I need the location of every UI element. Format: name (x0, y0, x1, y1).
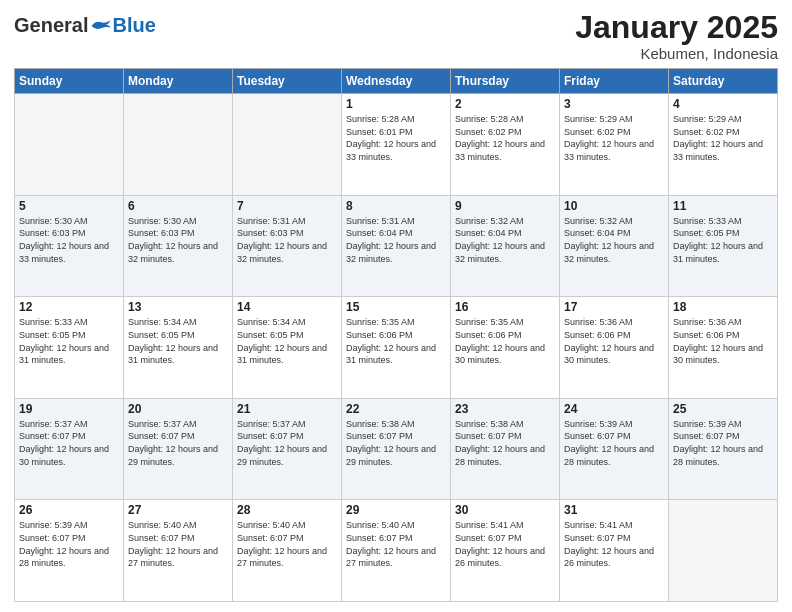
day-number: 8 (346, 199, 446, 213)
day-info: Sunrise: 5:30 AMSunset: 6:03 PMDaylight:… (128, 215, 228, 265)
day-number: 22 (346, 402, 446, 416)
day-number: 25 (673, 402, 773, 416)
day-info: Sunrise: 5:32 AMSunset: 6:04 PMDaylight:… (564, 215, 664, 265)
day-number: 26 (19, 503, 119, 517)
calendar-cell (124, 94, 233, 196)
day-number: 1 (346, 97, 446, 111)
day-info: Sunrise: 5:37 AMSunset: 6:07 PMDaylight:… (237, 418, 337, 468)
calendar-cell: 19Sunrise: 5:37 AMSunset: 6:07 PMDayligh… (15, 398, 124, 500)
day-number: 16 (455, 300, 555, 314)
calendar-header-row: Sunday Monday Tuesday Wednesday Thursday… (15, 69, 778, 94)
day-info: Sunrise: 5:29 AMSunset: 6:02 PMDaylight:… (673, 113, 773, 163)
calendar-cell: 18Sunrise: 5:36 AMSunset: 6:06 PMDayligh… (669, 297, 778, 399)
calendar-cell: 25Sunrise: 5:39 AMSunset: 6:07 PMDayligh… (669, 398, 778, 500)
calendar-cell: 23Sunrise: 5:38 AMSunset: 6:07 PMDayligh… (451, 398, 560, 500)
calendar-title: January 2025 (575, 10, 778, 45)
calendar-row: 19Sunrise: 5:37 AMSunset: 6:07 PMDayligh… (15, 398, 778, 500)
calendar-cell: 11Sunrise: 5:33 AMSunset: 6:05 PMDayligh… (669, 195, 778, 297)
day-info: Sunrise: 5:40 AMSunset: 6:07 PMDaylight:… (237, 519, 337, 569)
day-number: 31 (564, 503, 664, 517)
day-number: 27 (128, 503, 228, 517)
day-info: Sunrise: 5:31 AMSunset: 6:04 PMDaylight:… (346, 215, 446, 265)
page: General Blue January 2025 Kebumen, Indon… (0, 0, 792, 612)
day-info: Sunrise: 5:37 AMSunset: 6:07 PMDaylight:… (128, 418, 228, 468)
day-info: Sunrise: 5:40 AMSunset: 6:07 PMDaylight:… (128, 519, 228, 569)
day-info: Sunrise: 5:32 AMSunset: 6:04 PMDaylight:… (455, 215, 555, 265)
day-info: Sunrise: 5:41 AMSunset: 6:07 PMDaylight:… (455, 519, 555, 569)
calendar-cell: 9Sunrise: 5:32 AMSunset: 6:04 PMDaylight… (451, 195, 560, 297)
day-info: Sunrise: 5:38 AMSunset: 6:07 PMDaylight:… (455, 418, 555, 468)
calendar-cell: 15Sunrise: 5:35 AMSunset: 6:06 PMDayligh… (342, 297, 451, 399)
calendar-cell: 20Sunrise: 5:37 AMSunset: 6:07 PMDayligh… (124, 398, 233, 500)
day-info: Sunrise: 5:28 AMSunset: 6:02 PMDaylight:… (455, 113, 555, 163)
col-friday: Friday (560, 69, 669, 94)
calendar-cell: 17Sunrise: 5:36 AMSunset: 6:06 PMDayligh… (560, 297, 669, 399)
calendar-cell: 24Sunrise: 5:39 AMSunset: 6:07 PMDayligh… (560, 398, 669, 500)
day-number: 12 (19, 300, 119, 314)
day-info: Sunrise: 5:28 AMSunset: 6:01 PMDaylight:… (346, 113, 446, 163)
calendar-table: Sunday Monday Tuesday Wednesday Thursday… (14, 68, 778, 602)
day-number: 23 (455, 402, 555, 416)
day-info: Sunrise: 5:41 AMSunset: 6:07 PMDaylight:… (564, 519, 664, 569)
day-number: 14 (237, 300, 337, 314)
day-number: 15 (346, 300, 446, 314)
day-info: Sunrise: 5:36 AMSunset: 6:06 PMDaylight:… (564, 316, 664, 366)
col-monday: Monday (124, 69, 233, 94)
calendar-cell: 26Sunrise: 5:39 AMSunset: 6:07 PMDayligh… (15, 500, 124, 602)
calendar-cell: 14Sunrise: 5:34 AMSunset: 6:05 PMDayligh… (233, 297, 342, 399)
logo-blue-text: Blue (112, 14, 155, 37)
calendar-cell: 10Sunrise: 5:32 AMSunset: 6:04 PMDayligh… (560, 195, 669, 297)
calendar-cell: 30Sunrise: 5:41 AMSunset: 6:07 PMDayligh… (451, 500, 560, 602)
day-number: 19 (19, 402, 119, 416)
calendar-cell: 21Sunrise: 5:37 AMSunset: 6:07 PMDayligh… (233, 398, 342, 500)
calendar-cell: 31Sunrise: 5:41 AMSunset: 6:07 PMDayligh… (560, 500, 669, 602)
col-saturday: Saturday (669, 69, 778, 94)
calendar-cell (669, 500, 778, 602)
day-info: Sunrise: 5:31 AMSunset: 6:03 PMDaylight:… (237, 215, 337, 265)
calendar-row: 26Sunrise: 5:39 AMSunset: 6:07 PMDayligh… (15, 500, 778, 602)
day-number: 24 (564, 402, 664, 416)
day-number: 21 (237, 402, 337, 416)
col-thursday: Thursday (451, 69, 560, 94)
day-info: Sunrise: 5:33 AMSunset: 6:05 PMDaylight:… (673, 215, 773, 265)
day-number: 29 (346, 503, 446, 517)
day-info: Sunrise: 5:35 AMSunset: 6:06 PMDaylight:… (346, 316, 446, 366)
calendar-cell: 1Sunrise: 5:28 AMSunset: 6:01 PMDaylight… (342, 94, 451, 196)
calendar-subtitle: Kebumen, Indonesia (575, 45, 778, 62)
col-wednesday: Wednesday (342, 69, 451, 94)
day-number: 5 (19, 199, 119, 213)
calendar-cell: 5Sunrise: 5:30 AMSunset: 6:03 PMDaylight… (15, 195, 124, 297)
calendar-cell: 12Sunrise: 5:33 AMSunset: 6:05 PMDayligh… (15, 297, 124, 399)
calendar-cell (15, 94, 124, 196)
day-info: Sunrise: 5:37 AMSunset: 6:07 PMDaylight:… (19, 418, 119, 468)
day-info: Sunrise: 5:39 AMSunset: 6:07 PMDaylight:… (673, 418, 773, 468)
logo-general-text: General (14, 14, 88, 37)
day-info: Sunrise: 5:30 AMSunset: 6:03 PMDaylight:… (19, 215, 119, 265)
calendar-cell: 27Sunrise: 5:40 AMSunset: 6:07 PMDayligh… (124, 500, 233, 602)
day-info: Sunrise: 5:38 AMSunset: 6:07 PMDaylight:… (346, 418, 446, 468)
col-sunday: Sunday (15, 69, 124, 94)
day-number: 13 (128, 300, 228, 314)
col-tuesday: Tuesday (233, 69, 342, 94)
calendar-cell: 16Sunrise: 5:35 AMSunset: 6:06 PMDayligh… (451, 297, 560, 399)
calendar-cell: 22Sunrise: 5:38 AMSunset: 6:07 PMDayligh… (342, 398, 451, 500)
day-number: 7 (237, 199, 337, 213)
day-number: 20 (128, 402, 228, 416)
day-info: Sunrise: 5:34 AMSunset: 6:05 PMDaylight:… (237, 316, 337, 366)
calendar-cell: 6Sunrise: 5:30 AMSunset: 6:03 PMDaylight… (124, 195, 233, 297)
day-info: Sunrise: 5:39 AMSunset: 6:07 PMDaylight:… (564, 418, 664, 468)
day-number: 10 (564, 199, 664, 213)
day-number: 9 (455, 199, 555, 213)
calendar-cell: 4Sunrise: 5:29 AMSunset: 6:02 PMDaylight… (669, 94, 778, 196)
calendar-cell: 29Sunrise: 5:40 AMSunset: 6:07 PMDayligh… (342, 500, 451, 602)
title-block: January 2025 Kebumen, Indonesia (575, 10, 778, 62)
day-number: 4 (673, 97, 773, 111)
day-number: 28 (237, 503, 337, 517)
day-number: 2 (455, 97, 555, 111)
logo-bird-icon (90, 17, 112, 35)
calendar-row: 12Sunrise: 5:33 AMSunset: 6:05 PMDayligh… (15, 297, 778, 399)
day-info: Sunrise: 5:34 AMSunset: 6:05 PMDaylight:… (128, 316, 228, 366)
day-info: Sunrise: 5:40 AMSunset: 6:07 PMDaylight:… (346, 519, 446, 569)
calendar-row: 5Sunrise: 5:30 AMSunset: 6:03 PMDaylight… (15, 195, 778, 297)
day-number: 18 (673, 300, 773, 314)
